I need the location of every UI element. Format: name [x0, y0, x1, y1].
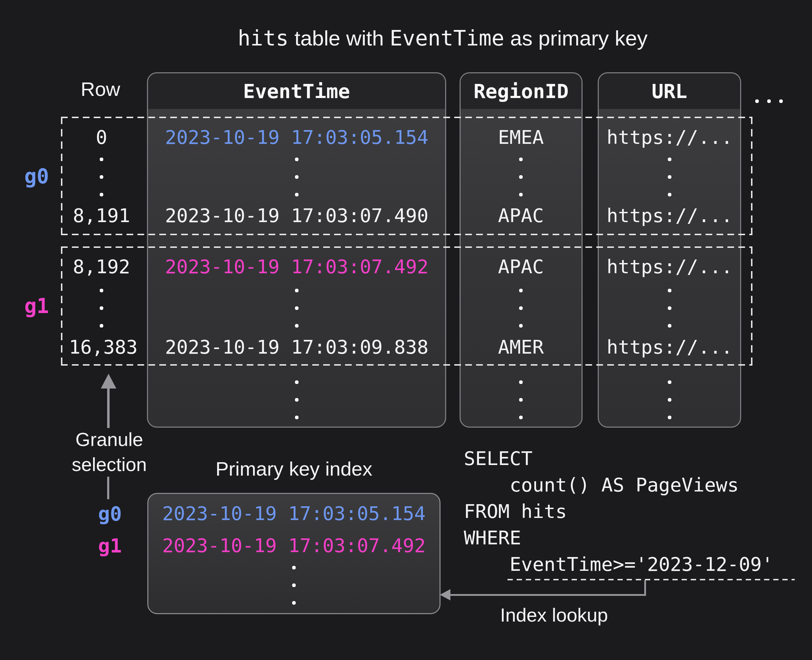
horizontal-ellipsis-icon [751, 99, 787, 104]
diagram-title: hits table with EventTime as primary key [237, 26, 647, 51]
column-header-regionid: RegionID [461, 73, 581, 109]
sql-line: SELECT [464, 445, 773, 472]
granule-label-g1: g1 [24, 294, 49, 318]
vertical-ellipsis-icon [294, 151, 299, 203]
url-value: https://... [606, 127, 733, 148]
granule-g0-box-left [61, 117, 62, 235]
index-entry-label-g0: g0 [98, 502, 122, 525]
eventtime-value: 2023-10-19 17:03:07.490 [165, 205, 429, 227]
granule-g0-box-right [751, 117, 752, 235]
sql-line: WHERE [464, 525, 773, 551]
title-table-name: hits [237, 26, 289, 51]
index-lookup-connector-vertical [644, 580, 646, 596]
granule-g1-box-left [61, 246, 62, 366]
vertical-ellipsis-icon [518, 282, 523, 335]
regionid-value: AMER [498, 336, 544, 358]
eventtime-value: 2023-10-19 17:03:09.838 [165, 336, 429, 358]
url-value: https://... [606, 256, 733, 278]
vertical-ellipsis-icon [294, 282, 299, 335]
sql-line: count() AS PageViews [464, 472, 773, 498]
granule-label-g0: g0 [24, 165, 49, 188]
vertical-ellipsis-icon [667, 151, 672, 203]
vertical-ellipsis-icon [667, 373, 672, 426]
column-header-url: URL [599, 73, 740, 109]
granule-selection-label-line2: selection [71, 454, 147, 475]
index-entry-label-g1: g1 [98, 535, 122, 557]
vertical-ellipsis-icon [291, 559, 296, 612]
eventtime-value: 2023-10-19 17:03:05.154 [165, 127, 429, 148]
eventtime-value: 2023-10-19 17:03:07.492 [165, 256, 429, 278]
index-lookup-connector-horizontal [449, 594, 646, 596]
row-number: 8,191 [73, 205, 130, 227]
arrow-up-shaft [107, 387, 109, 428]
column-header-eventtime: EventTime [148, 73, 445, 109]
granule-g0-box-bottom [61, 234, 752, 235]
vertical-ellipsis-icon [99, 282, 104, 335]
regionid-value: APAC [498, 256, 544, 278]
granule-g1-box-top [61, 246, 752, 248]
granule-g0-box-top [61, 117, 752, 118]
primary-key-index-title: Primary key index [215, 458, 372, 480]
sql-where-condition: EventTime>='2023-12-09' [464, 551, 773, 578]
vertical-ellipsis-icon [99, 151, 104, 203]
vertical-ellipsis-icon [667, 282, 672, 335]
granule-selection-label-line1: Granule [75, 428, 143, 450]
row-column-header: Row [81, 78, 120, 100]
row-number: 16,383 [69, 336, 138, 358]
granule-selection-connector-line [107, 477, 109, 499]
row-number: 8,192 [73, 256, 130, 278]
index-entry-value-g1: 2023-10-19 17:03:07.492 [162, 535, 426, 557]
sql-query: SELECT count() AS PageViewsFROM hitsWHER… [464, 445, 773, 578]
diagram-canvas: hits table with EventTime as primary key… [0, 0, 812, 660]
granule-g1-box-right [751, 246, 752, 366]
index-entry-value-g0: 2023-10-19 17:03:05.154 [162, 503, 426, 525]
url-value: https://... [606, 205, 733, 227]
vertical-ellipsis-icon [518, 151, 523, 203]
vertical-ellipsis-icon [518, 373, 523, 426]
url-value: https://... [606, 336, 733, 358]
vertical-ellipsis-icon [294, 373, 299, 426]
title-key-column: EventTime [390, 26, 504, 51]
regionid-value: APAC [498, 205, 544, 227]
sql-line: FROM hits [464, 498, 773, 525]
arrow-left-icon [440, 589, 450, 600]
granule-g1-box-bottom [61, 364, 752, 366]
row-number: 0 [96, 127, 108, 148]
condition-dashed-underline [508, 579, 795, 580]
arrow-up-icon [101, 374, 116, 389]
index-lookup-label: Index lookup [500, 604, 608, 626]
regionid-value: EMEA [498, 127, 544, 148]
